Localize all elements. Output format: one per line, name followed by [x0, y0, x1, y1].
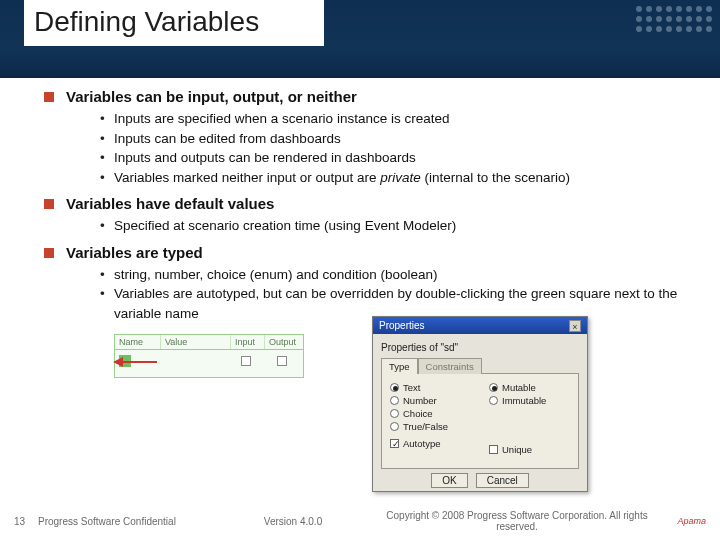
- col-header: Name: [115, 335, 161, 349]
- bullet-item: Inputs can be edited from dashboards: [100, 129, 700, 149]
- footer-copyright: Copyright © 2008 Progress Software Corpo…: [368, 510, 666, 532]
- section-3: Variables are typed string, number, choi…: [44, 244, 700, 324]
- section-2: Variables have default values Specified …: [44, 195, 700, 236]
- col-header: Input: [231, 335, 265, 349]
- checkbox-unique[interactable]: Unique: [489, 444, 570, 455]
- bullet-item: string, number, choice (enum) and condit…: [100, 265, 700, 285]
- radio-text[interactable]: Text: [390, 382, 471, 393]
- footer-logo: Apama: [666, 516, 706, 526]
- checkbox-autotype[interactable]: Autotype: [390, 438, 471, 449]
- bullet-item: Variables marked neither input or output…: [100, 168, 700, 188]
- col-header: Value: [161, 335, 231, 349]
- col-header: Output: [265, 335, 299, 349]
- bullet-item: Inputs are specified when a scenario ins…: [100, 109, 700, 129]
- tab-constraints[interactable]: Constraints: [418, 358, 482, 374]
- dialog-title-text: Properties: [379, 320, 425, 331]
- radio-immutable[interactable]: Immutable: [489, 395, 570, 406]
- footer-version: Version 4.0.0: [218, 516, 368, 527]
- bullet-item: Inputs and outputs can be rendered in da…: [100, 148, 700, 168]
- radio-mutable[interactable]: Mutable: [489, 382, 570, 393]
- bullet-item: Specified at scenario creation time (usi…: [100, 216, 700, 236]
- pointer-arrow-icon: [111, 357, 159, 367]
- slide-title: Defining Variables: [34, 6, 259, 38]
- close-icon[interactable]: ×: [569, 320, 581, 332]
- bullet-square-icon: [44, 199, 54, 209]
- page-number: 13: [14, 516, 38, 527]
- output-checkbox[interactable]: [277, 356, 287, 366]
- variable-table: Name Value Input Output: [114, 334, 304, 378]
- section-heading: Variables are typed: [66, 244, 203, 261]
- section-heading: Variables can be input, output, or neith…: [66, 88, 357, 105]
- footer-confidential: Progress Software Confidential: [38, 516, 218, 527]
- properties-dialog: Properties × Properties of "sd" TypeCons…: [372, 316, 588, 492]
- tab-pane: Text Number Choice True/False Autotype M…: [381, 373, 579, 469]
- ok-button[interactable]: OK: [431, 473, 467, 488]
- dialog-caption: Properties of "sd": [381, 342, 579, 353]
- tab-type[interactable]: Type: [381, 358, 418, 374]
- radio-number[interactable]: Number: [390, 395, 471, 406]
- title-band: Defining Variables: [0, 0, 720, 78]
- section-heading: Variables have default values: [66, 195, 274, 212]
- cancel-button[interactable]: Cancel: [476, 473, 529, 488]
- bullet-square-icon: [44, 92, 54, 102]
- section-1: Variables can be input, output, or neith…: [44, 88, 700, 187]
- radio-choice[interactable]: Choice: [390, 408, 471, 419]
- footer: 13 Progress Software Confidential Versio…: [0, 510, 720, 532]
- decorative-dots: [636, 6, 712, 32]
- radio-truefalse[interactable]: True/False: [390, 421, 471, 432]
- input-checkbox[interactable]: [241, 356, 251, 366]
- dialog-titlebar: Properties ×: [373, 317, 587, 334]
- bullet-square-icon: [44, 248, 54, 258]
